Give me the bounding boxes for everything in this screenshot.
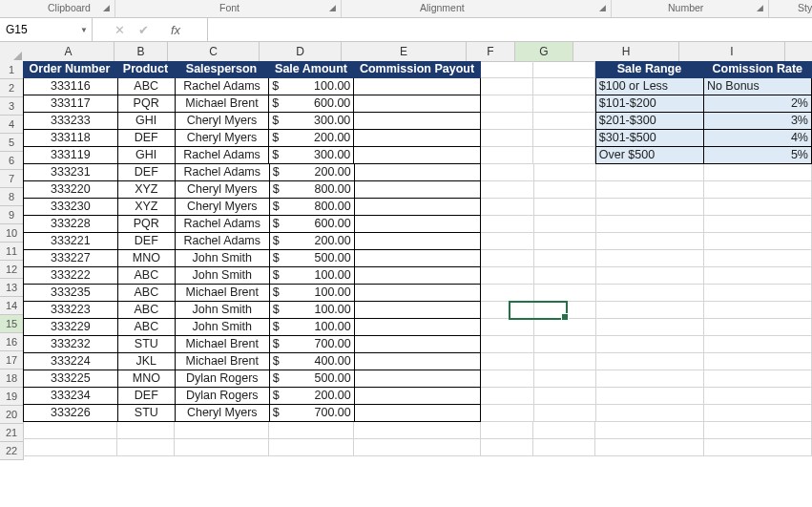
column-header-F[interactable]: F: [467, 42, 515, 61]
cell[interactable]: [481, 336, 533, 353]
product-cell[interactable]: DEF: [118, 233, 176, 250]
product-cell[interactable]: ABC: [118, 319, 176, 336]
cell[interactable]: [596, 353, 704, 370]
cell[interactable]: [481, 181, 533, 199]
commission-rate-cell[interactable]: 2%: [704, 95, 812, 113]
product-cell[interactable]: ABC: [118, 285, 176, 302]
order-number-cell[interactable]: 333116: [23, 78, 118, 95]
row-header-2[interactable]: 2: [0, 79, 23, 97]
row-header-4[interactable]: 4: [0, 116, 23, 134]
cell[interactable]: [534, 336, 596, 353]
sale-range-cell[interactable]: $201-$300: [595, 113, 704, 130]
product-cell[interactable]: PQR: [118, 216, 176, 233]
salesperson-cell[interactable]: Michael Brent: [176, 336, 270, 353]
commission-payout-cell[interactable]: [354, 147, 480, 164]
formula-input[interactable]: [208, 18, 812, 41]
salesperson-cell[interactable]: John Smith: [176, 319, 270, 336]
commission-payout-cell[interactable]: [355, 233, 482, 250]
cell[interactable]: [481, 164, 533, 181]
cell[interactable]: [534, 250, 596, 267]
header-cell[interactable]: Salesperson: [175, 61, 269, 78]
salesperson-cell[interactable]: Cheryl Myers: [176, 113, 270, 130]
header-cell[interactable]: Sale Range: [595, 61, 703, 78]
cell[interactable]: [596, 199, 704, 216]
column-header-B[interactable]: B: [115, 42, 168, 61]
sale-amount-cell[interactable]: $600.00: [269, 95, 354, 113]
cell[interactable]: [354, 439, 481, 456]
header-cell[interactable]: Product: [117, 61, 175, 78]
cell[interactable]: [269, 439, 354, 456]
order-number-cell[interactable]: 333235: [23, 285, 118, 302]
cell[interactable]: [533, 78, 595, 95]
cell[interactable]: [481, 302, 533, 319]
dialog-launcher-icon[interactable]: ◢: [757, 3, 763, 12]
salesperson-cell[interactable]: Cheryl Myers: [176, 199, 270, 216]
row-header-1[interactable]: 1: [0, 61, 23, 79]
commission-payout-cell[interactable]: [354, 113, 480, 130]
cell[interactable]: [596, 319, 704, 336]
column-header-A[interactable]: A: [23, 42, 115, 61]
order-number-cell[interactable]: 333233: [23, 113, 118, 130]
product-cell[interactable]: ABC: [118, 78, 176, 95]
cell[interactable]: [534, 199, 596, 216]
cell[interactable]: [704, 405, 812, 422]
cell[interactable]: [481, 422, 533, 439]
cell[interactable]: [596, 388, 704, 405]
sale-amount-cell[interactable]: $100.00: [270, 319, 355, 336]
salesperson-cell[interactable]: Cheryl Myers: [176, 130, 270, 147]
sale-amount-cell[interactable]: $800.00: [270, 199, 355, 216]
cell[interactable]: [534, 405, 596, 422]
column-header-G[interactable]: G: [515, 42, 573, 61]
product-cell[interactable]: MNO: [118, 250, 176, 267]
product-cell[interactable]: STU: [118, 405, 176, 422]
sale-amount-cell[interactable]: $100.00: [270, 285, 355, 302]
row-header-12[interactable]: 12: [0, 261, 23, 279]
cell[interactable]: [117, 439, 175, 456]
sale-amount-cell[interactable]: $300.00: [269, 147, 354, 164]
commission-payout-cell[interactable]: [355, 267, 482, 285]
header-cell[interactable]: Order Number: [23, 61, 117, 78]
chevron-down-icon[interactable]: ▼: [80, 26, 88, 34]
commission-payout-cell[interactable]: [355, 319, 482, 336]
commission-payout-cell[interactable]: [355, 250, 482, 267]
cell[interactable]: [534, 233, 596, 250]
row-header-16[interactable]: 16: [0, 333, 23, 351]
cell[interactable]: [117, 422, 175, 439]
cell[interactable]: [534, 267, 596, 285]
cell[interactable]: [481, 405, 533, 422]
cell[interactable]: [533, 95, 595, 113]
row-header-7[interactable]: 7: [0, 170, 23, 188]
order-number-cell[interactable]: 333232: [23, 336, 118, 353]
cell[interactable]: [23, 422, 117, 439]
row-header-8[interactable]: 8: [0, 188, 23, 206]
sale-amount-cell[interactable]: $200.00: [270, 233, 355, 250]
row-header-13[interactable]: 13: [0, 279, 23, 297]
sale-amount-cell[interactable]: $200.00: [270, 388, 355, 405]
cell[interactable]: [704, 370, 812, 388]
sale-amount-cell[interactable]: $500.00: [270, 250, 355, 267]
order-number-cell[interactable]: 333225: [23, 370, 118, 388]
sale-range-cell[interactable]: Over $500: [595, 147, 704, 164]
commission-payout-cell[interactable]: [354, 130, 480, 147]
order-number-cell[interactable]: 333227: [23, 250, 118, 267]
header-cell[interactable]: Sale Amount: [269, 61, 354, 78]
cell[interactable]: [481, 388, 533, 405]
cell[interactable]: [534, 216, 596, 233]
salesperson-cell[interactable]: Rachel Adams: [176, 164, 270, 181]
cell[interactable]: [704, 302, 812, 319]
sale-range-cell[interactable]: $301-$500: [595, 130, 704, 147]
row-header-6[interactable]: 6: [0, 152, 23, 170]
row-header-20[interactable]: 20: [0, 406, 23, 424]
cell[interactable]: [596, 216, 704, 233]
ribbon-group-clipboard[interactable]: Clipboard: [48, 2, 91, 13]
header-cell[interactable]: Comission Rate: [704, 61, 812, 78]
cell[interactable]: [533, 61, 595, 78]
salesperson-cell[interactable]: Rachel Adams: [176, 233, 270, 250]
cell[interactable]: [481, 113, 533, 130]
order-number-cell[interactable]: 333117: [23, 95, 118, 113]
salesperson-cell[interactable]: John Smith: [176, 250, 270, 267]
cell[interactable]: [596, 302, 704, 319]
cell[interactable]: [354, 422, 481, 439]
cell[interactable]: [481, 353, 533, 370]
product-cell[interactable]: XYZ: [118, 181, 176, 199]
